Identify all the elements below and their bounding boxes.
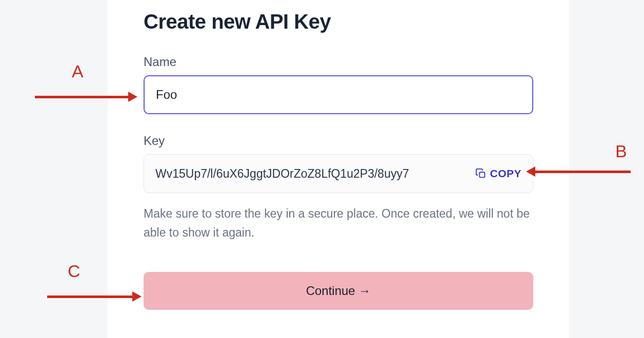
continue-button[interactable]: Continue →: [144, 272, 533, 310]
annotation-a-label: A: [72, 61, 84, 81]
key-field-label: Key: [144, 134, 533, 148]
dialog-content: Create new API Key Name Key Wv15Up7/l/6u…: [144, 0, 533, 310]
copy-icon: [475, 168, 487, 179]
key-display-box: Wv15Up7/l/6uX6JggtJDOrZoZ8LfQ1u2P3/8uyy7…: [144, 154, 533, 193]
copy-button-label: COPY: [490, 167, 521, 180]
annotation-c-label: C: [68, 261, 80, 281]
dialog-title: Create new API Key: [144, 10, 533, 33]
svg-rect-0: [480, 172, 485, 177]
name-input[interactable]: [144, 75, 533, 114]
name-field-label: Name: [144, 55, 533, 69]
continue-button-label: Continue →: [306, 284, 371, 298]
api-key-dialog: Create new API Key Name Key Wv15Up7/l/6u…: [108, 0, 569, 338]
annotation-b-label: B: [615, 141, 627, 161]
key-help-text: Make sure to store the key in a secure p…: [144, 204, 533, 242]
copy-button[interactable]: COPY: [475, 167, 521, 180]
key-value-text: Wv15Up7/l/6uX6JggtJDOrZoZ8LfQ1u2P3/8uyy7: [155, 167, 470, 181]
